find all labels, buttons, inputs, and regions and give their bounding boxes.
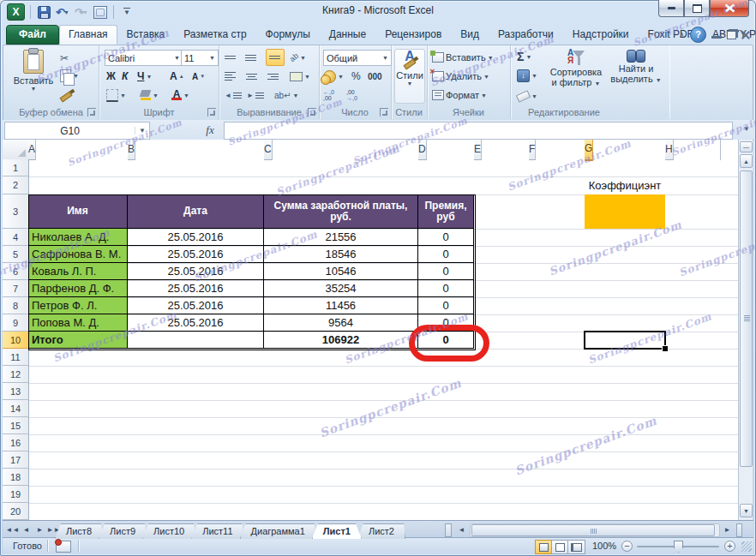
fill-color-button[interactable]: ▼	[141, 87, 159, 103]
fill-button[interactable]: ↓▼	[517, 68, 537, 83]
table-name-cell[interactable]: Попова М. Д.	[28, 314, 128, 332]
clipboard-dialog-launcher-icon[interactable]	[87, 108, 96, 117]
ribbon-tab-file[interactable]: Файл	[6, 25, 59, 45]
vscroll-thumb[interactable]	[740, 170, 753, 467]
decrease-decimal-button[interactable]: ,00→,0	[346, 87, 357, 103]
table-data-cell[interactable]: 25.05.2016	[128, 280, 264, 297]
row-header-12[interactable]: 12	[3, 366, 29, 383]
underline-button[interactable]: Ч▼	[137, 69, 152, 84]
styles-button[interactable]: A Стили ▼	[394, 49, 425, 104]
name-box[interactable]: G10 ▼	[4, 122, 150, 140]
row-header-1[interactable]: 1	[3, 159, 29, 176]
doc-restore-icon[interactable]	[727, 31, 736, 39]
fill-handle[interactable]	[662, 345, 669, 352]
page-break-view-button[interactable]	[567, 540, 585, 554]
table-data-cell[interactable]: 35254	[264, 280, 418, 297]
sheet-tab-active[interactable]: Лист1	[312, 523, 362, 539]
row-header-18[interactable]: 18	[3, 469, 29, 486]
wrap-text-button[interactable]: ab↵▼	[274, 87, 298, 103]
table-header-cell[interactable]: Премия, руб	[418, 194, 474, 229]
tab-split-handle[interactable]	[445, 523, 452, 537]
insert-cells-button[interactable]: Вставить▼	[432, 50, 494, 65]
table-data-cell[interactable]: 9564	[264, 314, 418, 332]
horizontal-scrollbar[interactable]	[470, 523, 720, 537]
accounting-format-button[interactable]: ▼	[323, 69, 344, 84]
column-header-partial[interactable]	[720, 140, 721, 160]
borders-button[interactable]: ▼	[106, 87, 126, 103]
cell-coefficient-label[interactable]: Коэффициэнт	[585, 176, 665, 194]
align-right-button[interactable]	[266, 69, 279, 84]
increase-decimal-button[interactable]: ←,0,00	[323, 87, 334, 103]
row-header-19[interactable]: 19	[3, 486, 29, 503]
copy-button[interactable]: ▼	[60, 68, 79, 83]
merge-center-button[interactable]: ▼	[290, 69, 310, 84]
prev-sheet-button[interactable]: ◄	[20, 523, 33, 535]
table-data-cell[interactable]: 10546	[264, 263, 418, 280]
alignment-dialog-launcher-icon[interactable]	[308, 108, 316, 117]
cut-button[interactable]: ✂	[60, 51, 69, 66]
ribbon-tab[interactable]: Вставка	[117, 25, 175, 45]
row-header-8[interactable]: 8	[3, 297, 29, 314]
table-data-cell[interactable]: 25.05.2016	[128, 314, 264, 332]
ribbon-tab[interactable]: Разработчи	[489, 25, 563, 45]
row-header-4[interactable]: 4	[3, 229, 29, 246]
sheet-tab-inactive[interactable]: Лист10	[142, 523, 195, 539]
table-name-cell[interactable]: Сафронова В. М.	[28, 246, 128, 263]
vscroll-split-button[interactable]: —	[740, 141, 753, 152]
ribbon-tab[interactable]: Рецензиров	[375, 25, 451, 45]
resize-grip-icon[interactable]	[741, 541, 752, 552]
table-data-cell[interactable]: 25.05.2016	[128, 246, 264, 263]
column-header-D[interactable]: D	[418, 140, 427, 160]
table-data-cell[interactable]: 0	[418, 246, 474, 263]
decrease-indent-button[interactable]: ◄	[225, 87, 246, 103]
format-painter-button[interactable]	[60, 87, 72, 102]
table-data-cell[interactable]: 0	[418, 280, 474, 297]
bold-button[interactable]: Ж	[106, 69, 116, 84]
vscroll-up-icon[interactable]: ▲	[740, 154, 753, 168]
table-name-cell[interactable]: Николаев А. Д.	[28, 229, 128, 246]
table-header-cell[interactable]: Имя	[28, 194, 128, 229]
ribbon-tab[interactable]: Вид	[451, 25, 489, 45]
sheet-tab-inactive[interactable]: Диаграмма1	[240, 523, 316, 539]
zoom-out-button[interactable]: −	[621, 541, 633, 552]
insert-function-button[interactable]: fx	[198, 122, 222, 138]
column-header-F[interactable]: F	[529, 140, 536, 160]
name-box-dropdown-icon[interactable]: ▼	[135, 127, 149, 135]
table-header-cell[interactable]: Дата	[128, 194, 264, 229]
table-total-cell[interactable]: 106922	[264, 332, 418, 349]
align-middle-button[interactable]	[245, 50, 258, 65]
table-total-cell[interactable]	[128, 332, 264, 349]
ribbon-tab[interactable]: Формулы	[256, 25, 320, 45]
vscroll-down-icon[interactable]: ▼	[740, 504, 753, 517]
table-data-cell[interactable]: 18546	[264, 246, 418, 263]
table-data-cell[interactable]: 0	[418, 297, 474, 314]
sheet-tab-inactive[interactable]: Лист9	[99, 523, 147, 539]
align-center-button[interactable]	[245, 69, 258, 84]
percent-style-button[interactable]: %	[351, 69, 361, 84]
ribbon-tab-active[interactable]: Главная	[59, 25, 117, 45]
table-data-cell[interactable]: 11456	[264, 297, 418, 314]
format-cells-button[interactable]: Формат▼	[432, 87, 487, 103]
column-header-G[interactable]: G	[585, 140, 593, 161]
sort-filter-button[interactable]: АЯ Сортировкаи фильтр ▼	[544, 49, 608, 104]
row-header-15[interactable]: 15	[3, 417, 29, 434]
hscroll-thumb[interactable]	[471, 524, 715, 536]
find-select-button[interactable]: Найти ивыделить ▼	[606, 49, 666, 104]
maximize-button[interactable]	[684, 0, 710, 17]
row-header-6[interactable]: 6	[3, 263, 29, 280]
comma-style-button[interactable]: 000	[368, 69, 382, 84]
table-name-cell[interactable]: Парфенов Д. Ф.	[28, 280, 128, 297]
page-layout-view-button[interactable]	[551, 540, 569, 554]
table-data-cell[interactable]: 0	[418, 229, 474, 246]
vertical-scrollbar[interactable]: —▲▼	[738, 140, 753, 520]
help-icon[interactable]: ?	[690, 27, 706, 43]
zoom-slider-thumb[interactable]	[674, 541, 683, 553]
align-bottom-button[interactable]	[266, 49, 285, 66]
paste-button[interactable]: Вставить ▼	[10, 49, 57, 104]
font-color-button[interactable]: А▼	[171, 87, 189, 103]
shrink-font-button[interactable]: А▼	[192, 69, 205, 84]
collapse-ribbon-icon[interactable]: ∧	[679, 30, 685, 39]
column-header-C[interactable]: C	[264, 140, 273, 160]
first-sheet-button[interactable]: ◄◄	[6, 523, 19, 535]
doc-close-icon[interactable]	[741, 31, 750, 39]
